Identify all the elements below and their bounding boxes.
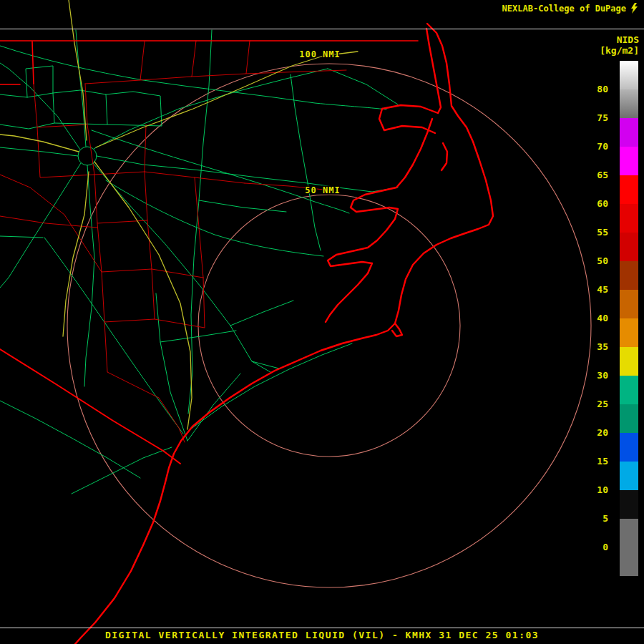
colorbar-segment-45-50 <box>620 261 638 290</box>
vil-colorbar <box>620 61 638 576</box>
colorbar-tick-60: 60 <box>572 197 608 210</box>
colorbar-tick-0: 0 <box>572 541 608 553</box>
colorbar-tick-70: 70 <box>572 140 608 152</box>
colorbar-tick-40: 40 <box>572 312 608 324</box>
colorbar-segment-65-70 <box>620 147 638 175</box>
map-svg: 100 NMI 50 NMI <box>0 0 644 644</box>
colorbar-tick-45: 45 <box>572 283 608 296</box>
header: NEXLAB-College of DuPage <box>502 3 638 14</box>
colorbar-segment-55-60 <box>620 204 638 233</box>
colorbar-segment-25-30 <box>620 376 638 404</box>
product-panel: NIDS [kg/m2] <box>600 34 639 56</box>
colorbar-segment-15-20 <box>620 433 638 462</box>
colorbar-segment-70-75 <box>620 118 638 147</box>
colorbar-segment-below-0 <box>620 547 638 576</box>
highways-yellow-group <box>0 0 358 429</box>
colorbar-segment-0-5 <box>620 519 638 547</box>
state-border-diagonal-group <box>0 349 180 464</box>
colorbar-tick-80: 80 <box>572 83 608 95</box>
radar-display: 100 NMI 50 NMI NEXLAB-College of DuPage … <box>0 0 644 644</box>
product-units-label: [kg/m2] <box>600 45 639 56</box>
colorbar-tick-5: 5 <box>572 512 608 525</box>
colorbar-segment-40-45 <box>620 290 638 318</box>
lightning-icon <box>630 3 638 14</box>
colorbar-segment-5-10 <box>620 490 638 519</box>
product-title: DIGITAL VERTICALLY INTEGRATED LIQUID (VI… <box>0 630 644 640</box>
header-brand: NEXLAB-College of DuPage <box>502 4 626 14</box>
colorbar-segment-50-55 <box>620 233 638 261</box>
colorbar-segment-80-85 <box>620 61 638 89</box>
colorbar-tick-65: 65 <box>572 169 608 181</box>
colorbar-tick-75: 75 <box>572 112 608 124</box>
inner-ring-label: 50 NMI <box>305 185 340 195</box>
colorbar-tick-30: 30 <box>572 369 608 381</box>
colorbar-tick-10: 10 <box>572 484 608 496</box>
state-lines-group <box>0 41 418 84</box>
colorbar-tick-35: 35 <box>572 341 608 353</box>
colorbar-tick-25: 25 <box>572 398 608 410</box>
roads-green-group <box>0 30 398 494</box>
colorbar-tick-20: 20 <box>572 426 608 439</box>
vil-colorbar-labels: 80757065605550454035302520151050 <box>572 61 613 576</box>
colorbar-segment-60-65 <box>620 175 638 204</box>
product-name-label: NIDS <box>600 34 639 45</box>
colorbar-segment-75-80 <box>620 89 638 118</box>
colorbar-segment-35-40 <box>620 318 638 347</box>
top-divider <box>0 29 644 29</box>
colorbar-tick-55: 55 <box>572 226 608 238</box>
colorbar-tick-50: 50 <box>572 255 608 267</box>
colorbar-segment-20-25 <box>620 404 638 433</box>
bottom-divider <box>0 628 644 628</box>
colorbar-segment-30-35 <box>620 347 638 376</box>
outer-ring-label: 100 NMI <box>299 49 341 59</box>
colorbar-segment-10-15 <box>620 462 638 490</box>
coastline-group <box>75 24 493 644</box>
colorbar-tick-15: 15 <box>572 455 608 467</box>
range-rings-group <box>67 64 591 587</box>
